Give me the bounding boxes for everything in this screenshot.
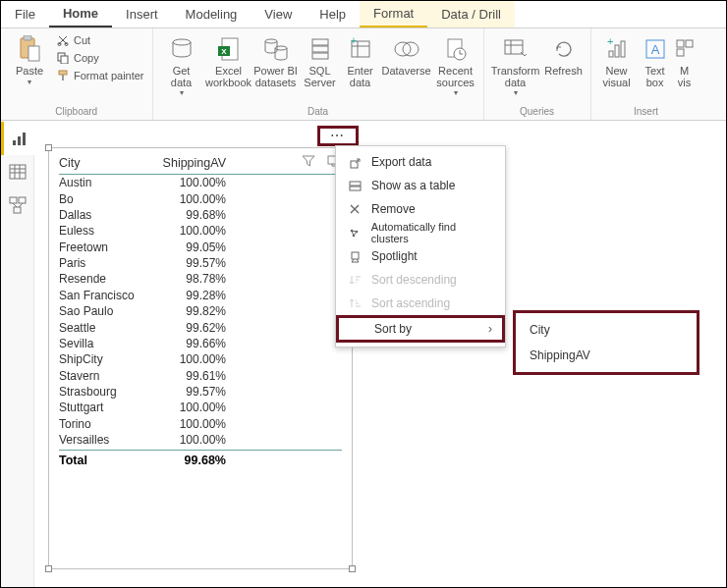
header-shippingav[interactable]: ShippingAV — [157, 156, 226, 170]
table-row[interactable]: Euless100.00% — [59, 223, 342, 239]
refresh-button[interactable]: Refresh — [543, 30, 585, 78]
paste-icon — [15, 34, 44, 64]
format-painter-button[interactable]: Format painter — [54, 68, 146, 83]
header-city[interactable]: City — [59, 156, 157, 170]
table-row[interactable]: Versailles100.00% — [59, 432, 342, 448]
more-visuals-button[interactable]: M vis — [674, 30, 696, 88]
paste-label: Paste — [16, 66, 43, 78]
clipboard-group-label: Clipboard — [7, 104, 146, 120]
new-visual-icon: + — [602, 34, 632, 64]
refresh-label: Refresh — [544, 66, 583, 78]
spotlight-icon — [346, 250, 364, 263]
dataverse-icon — [392, 34, 421, 64]
svg-text:A: A — [650, 42, 659, 57]
recent-sources-icon — [441, 34, 471, 64]
filter-icon[interactable] — [301, 153, 316, 169]
sort-desc-icon — [346, 274, 364, 286]
table-row[interactable]: ShipCity100.00% — [59, 351, 342, 367]
format-painter-icon — [56, 69, 70, 82]
table-row[interactable]: San Francisco99.28% — [59, 288, 342, 303]
dataverse-button[interactable]: Dataverse — [381, 30, 432, 78]
cell-shippingav: 99.28% — [157, 289, 226, 302]
table-row[interactable]: Strasbourg99.57% — [59, 384, 342, 400]
table-row[interactable]: Paris99.57% — [59, 255, 342, 271]
table-row[interactable]: Sao Paulo99.82% — [59, 303, 342, 319]
table-row[interactable]: Torino100.00% — [59, 416, 342, 432]
table-row[interactable]: Stuttgart100.00% — [59, 400, 342, 415]
menu-file[interactable]: File — [1, 1, 49, 27]
excel-workbook-button[interactable]: X Excel workbook — [206, 30, 252, 88]
cell-shippingav: 100.00% — [157, 433, 226, 447]
menu-insert[interactable]: Insert — [112, 1, 172, 27]
ctx-sort-by[interactable]: Sort by › — [336, 315, 505, 343]
report-view-button[interactable] — [1, 122, 34, 155]
table-row[interactable]: Freetown99.05% — [59, 240, 342, 255]
menu-datadrill[interactable]: Data / Drill — [427, 1, 515, 27]
svg-rect-31 — [621, 41, 625, 57]
menu-format[interactable]: Format — [360, 1, 427, 27]
insert-group-label: Insert — [597, 104, 696, 120]
cell-city: Stuttgart — [59, 401, 157, 414]
ctx-show-table[interactable]: Show as a table — [336, 174, 505, 197]
enter-data-button[interactable]: + Enter data — [342, 30, 379, 88]
table-row[interactable]: Sevilla99.66% — [59, 336, 342, 351]
resize-handle[interactable] — [349, 565, 356, 572]
more-options-button[interactable]: ⋯ — [317, 126, 359, 146]
queries-group-label: Queries — [490, 104, 585, 120]
export-icon — [346, 156, 364, 169]
model-view-button[interactable] — [1, 188, 34, 222]
paste-button[interactable]: Paste ▾ — [7, 30, 52, 86]
sortby-city[interactable]: City — [516, 317, 697, 343]
svg-rect-40 — [23, 133, 26, 145]
cut-icon — [56, 33, 70, 47]
ctx-remove[interactable]: Remove — [336, 197, 505, 221]
svg-rect-1 — [24, 35, 31, 40]
table-row[interactable]: Stavern99.61% — [59, 368, 342, 384]
table-visual[interactable]: City ShippingAV Austin100.00%Bo100.00%Da… — [48, 147, 353, 569]
chevron-right-icon: › — [488, 322, 492, 336]
menu-view[interactable]: View — [251, 1, 306, 27]
table-row[interactable]: Austin100.00% — [59, 175, 342, 190]
ctx-clusters[interactable]: Automatically find clusters — [336, 221, 505, 244]
new-visual-button[interactable]: + New visual — [597, 30, 637, 88]
table-row[interactable]: Seattle99.62% — [59, 319, 342, 335]
table-header: City ShippingAV — [59, 156, 342, 175]
ctx-remove-label: Remove — [371, 202, 416, 216]
cell-shippingav: 100.00% — [157, 224, 226, 238]
menu-help[interactable]: Help — [306, 1, 360, 27]
data-view-button[interactable] — [1, 155, 34, 188]
copy-button[interactable]: Copy — [54, 50, 146, 66]
text-box-button[interactable]: A Text box — [639, 30, 672, 88]
data-table: City ShippingAV Austin100.00%Bo100.00%Da… — [49, 148, 352, 475]
cell-city: Resende — [59, 272, 157, 286]
get-data-button[interactable]: Get data ▾ — [159, 30, 204, 97]
report-canvas[interactable]: City ShippingAV Austin100.00%Bo100.00%Da… — [34, 122, 726, 587]
sql-server-button[interactable]: SQL Server — [301, 30, 340, 88]
cell-shippingav: 99.57% — [157, 256, 226, 270]
morevis-label: M vis — [678, 66, 691, 88]
cell-city: Versailles — [59, 433, 157, 447]
copy-label: Copy — [74, 52, 99, 64]
pbi-datasets-button[interactable]: Power BI datasets — [253, 30, 299, 88]
menu-modeling[interactable]: Modeling — [172, 1, 252, 27]
svg-text:+: + — [607, 37, 613, 47]
resize-handle[interactable] — [45, 144, 52, 151]
recent-sources-button[interactable]: Recent sources ▾ — [434, 30, 477, 97]
menu-home[interactable]: Home — [49, 1, 112, 27]
ctx-spotlight[interactable]: Spotlight — [336, 244, 505, 268]
svg-rect-17 — [312, 53, 328, 59]
table-row[interactable]: Resende98.78% — [59, 271, 342, 287]
table-row[interactable]: Dallas99.68% — [59, 207, 342, 223]
cut-button[interactable]: Cut — [54, 32, 146, 48]
svg-rect-26 — [505, 40, 523, 54]
resize-handle[interactable] — [45, 565, 52, 572]
sortby-shippingav[interactable]: ShippingAV — [516, 343, 697, 368]
sortby-submenu: City ShippingAV — [513, 310, 699, 375]
table-row[interactable]: Bo100.00% — [59, 190, 342, 206]
ctx-export-data[interactable]: Export data — [336, 150, 505, 174]
transform-data-icon — [501, 34, 531, 64]
transform-data-button[interactable]: Transform data ▾ — [490, 30, 541, 97]
dataverse-label: Dataverse — [381, 66, 430, 78]
ctx-show-table-label: Show as a table — [371, 179, 455, 192]
cell-city: Paris — [59, 256, 157, 270]
